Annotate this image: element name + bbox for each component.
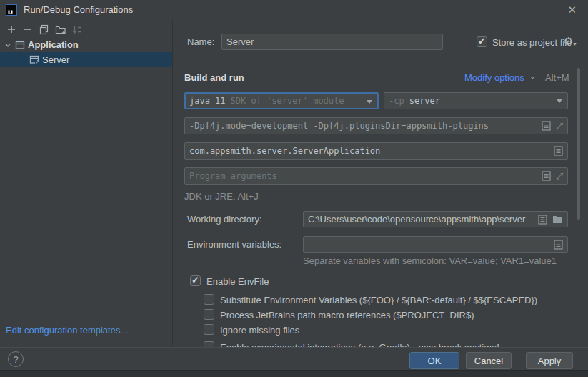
environment-variables-hint: Separate variables with semicolon: VAR=v… <box>303 255 557 266</box>
substitute-env-vars-label: Substitute Environment Variables (${FOO}… <box>220 295 537 305</box>
modify-options-link[interactable]: Modify options <box>464 72 524 83</box>
store-as-project-file-label: Store as project file <box>492 37 572 48</box>
classpath-combobox[interactable]: -cp server <box>384 92 568 109</box>
expand-editor-icon[interactable]: ⤢ <box>556 172 563 180</box>
main-class-field-wrap <box>184 142 568 160</box>
modify-options-dropdown[interactable]: Modify options ⌄ Alt+M <box>464 72 569 83</box>
vertical-scrollbar-thumb[interactable] <box>577 68 580 220</box>
macros-list-icon[interactable] <box>538 215 547 225</box>
configuration-form: Name: Store as project file ⚙▾ Build and… <box>173 19 588 347</box>
process-path-macros-checkbox[interactable] <box>204 309 214 320</box>
add-configuration-button[interactable] <box>3 22 19 36</box>
edit-configuration-templates-link[interactable]: Edit configuration templates... <box>6 325 128 336</box>
application-type-icon <box>14 39 26 51</box>
titlebar: Run/Debug Configurations ✕ <box>0 0 588 19</box>
tree-item-server[interactable]: Server <box>0 52 172 67</box>
jdk-hint: JDK or JRE. Alt+J <box>184 191 259 202</box>
classpath-value: server <box>409 96 440 106</box>
taskbar-strip <box>0 370 588 377</box>
tree-group-application[interactable]: Application <box>0 38 172 52</box>
sort-configurations-icon[interactable] <box>69 22 85 36</box>
browse-folder-icon[interactable] <box>552 215 563 224</box>
name-input[interactable] <box>226 36 438 47</box>
configurations-sidebar: Application Server Edit configuration te… <box>0 19 173 347</box>
dialog-title: Run/Debug Configurations <box>24 4 133 15</box>
name-label: Name: <box>187 36 214 47</box>
ok-button[interactable]: OK <box>409 352 459 369</box>
name-field-wrap <box>221 34 443 50</box>
jre-combobox[interactable]: java 11 SDK of 'server' module <box>184 92 379 109</box>
combo-arrow-icon <box>557 99 562 103</box>
experimental-integrations-checkbox[interactable] <box>204 341 214 347</box>
combo-arrow-icon <box>367 100 372 104</box>
classpath-prefix: -cp <box>389 96 404 106</box>
expand-editor-icon[interactable]: ⤢ <box>556 122 563 130</box>
close-icon[interactable]: ✕ <box>567 4 577 16</box>
jre-value: java 11 <box>189 96 226 106</box>
apply-button[interactable]: Apply <box>526 352 573 369</box>
env-vars-list-icon[interactable] <box>554 240 563 250</box>
intellij-logo-icon <box>6 4 17 16</box>
jre-hint: SDK of 'server' module <box>231 96 344 106</box>
new-folder-icon[interactable] <box>52 22 69 36</box>
environment-variables-field-wrap <box>303 236 568 253</box>
help-button[interactable]: ? <box>8 351 24 367</box>
copy-configuration-icon[interactable] <box>36 22 52 36</box>
store-settings-gear-icon[interactable]: ⚙▾ <box>564 36 576 47</box>
tree-item-label: Server <box>42 54 69 65</box>
run-config-icon <box>29 54 41 65</box>
remove-configuration-button[interactable] <box>19 22 36 36</box>
process-path-macros-label: Process JetBrains path macro references … <box>220 310 474 320</box>
sidebar-toolbar <box>3 22 85 36</box>
vm-options-input[interactable] <box>189 121 537 131</box>
experimental-integrations-label: Enable experimental integrations (e.g. G… <box>220 342 499 347</box>
tree-group-label: Application <box>28 39 79 50</box>
chevron-down-icon: ⌄ <box>529 72 536 81</box>
modify-options-shortcut: Alt+M <box>545 72 569 83</box>
enable-envfile-checkbox[interactable] <box>190 275 201 286</box>
working-directory-label: Working directory: <box>187 214 262 225</box>
environment-variables-input[interactable] <box>308 239 549 250</box>
cancel-button[interactable]: Cancel <box>466 352 512 369</box>
run-debug-configurations-dialog: Run/Debug Configurations ✕ <box>0 0 588 377</box>
enable-envfile-label: Enable EnvFile <box>206 276 269 287</box>
footer-divider <box>0 347 588 348</box>
build-and-run-section-title: Build and run <box>184 72 244 83</box>
chevron-down-icon[interactable] <box>4 41 12 49</box>
vm-options-field-wrap: ⤢ <box>184 117 568 134</box>
main-class-input[interactable] <box>189 146 549 156</box>
ignore-missing-files-checkbox[interactable] <box>204 324 214 335</box>
ignore-missing-files-label: Ignore missing files <box>220 325 299 336</box>
working-directory-input[interactable] <box>308 214 534 225</box>
working-directory-field-wrap <box>303 211 568 227</box>
store-as-project-file-checkbox[interactable] <box>477 36 487 47</box>
macros-list-icon[interactable] <box>542 121 551 131</box>
program-arguments-field-wrap: ⤢ <box>184 167 568 185</box>
program-arguments-input[interactable] <box>189 171 537 181</box>
macros-list-icon[interactable] <box>542 171 551 181</box>
browse-class-list-icon[interactable] <box>554 146 563 156</box>
environment-variables-label: Environment variables: <box>187 239 281 250</box>
substitute-env-vars-checkbox[interactable] <box>204 294 214 305</box>
